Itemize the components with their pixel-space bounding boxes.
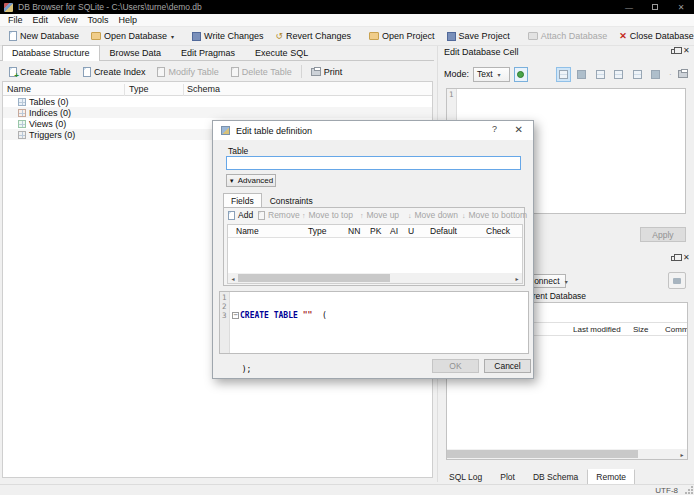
- set-null-button[interactable]: [630, 67, 644, 82]
- column-nn[interactable]: NN: [348, 226, 360, 236]
- save-project-icon: [447, 32, 456, 41]
- sql-code: −CREATE TABLE "" ( );: [230, 292, 327, 353]
- column-pk[interactable]: PK: [370, 226, 381, 236]
- tree-item-indices[interactable]: Indices (0): [3, 107, 432, 118]
- menu-file[interactable]: File: [3, 15, 28, 25]
- column-default[interactable]: Default: [430, 226, 457, 236]
- scroll-right-icon[interactable]: ▸: [512, 273, 522, 283]
- tab-constraints[interactable]: Constraints: [262, 193, 321, 208]
- column-type[interactable]: Type: [308, 226, 326, 236]
- menu-bar: File Edit View Tools Help: [0, 14, 694, 27]
- dialog-title: Edit table definition: [236, 126, 312, 136]
- scrollbar-thumb[interactable]: [447, 450, 638, 458]
- maximize-icon: [652, 4, 658, 10]
- import-button[interactable]: [593, 67, 607, 82]
- close-database-icon: ✕: [619, 32, 627, 41]
- column-ai[interactable]: AI: [390, 226, 398, 236]
- fullscreen-button[interactable]: [648, 67, 662, 82]
- open-database-icon: [91, 32, 101, 40]
- tree-column-schema[interactable]: Schema: [187, 84, 220, 94]
- float-panel-icon[interactable]: [671, 49, 677, 54]
- menu-tools[interactable]: Tools: [82, 15, 113, 25]
- export-button[interactable]: [612, 67, 626, 82]
- column-commit[interactable]: Commit: [665, 325, 688, 334]
- sql-gutter: 1 2 3: [220, 292, 230, 353]
- auto-switch-mode-button[interactable]: [514, 67, 528, 82]
- column-name[interactable]: Name: [236, 226, 259, 236]
- add-field-button[interactable]: Add: [228, 210, 253, 220]
- menu-edit[interactable]: Edit: [28, 15, 54, 25]
- arrow-down-icon: ↓: [462, 212, 466, 219]
- print-button[interactable]: Print: [305, 65, 349, 79]
- encoding-indicator[interactable]: UTF-8: [655, 486, 678, 495]
- close-button[interactable]: ✕: [668, 0, 694, 14]
- menu-view[interactable]: View: [53, 15, 82, 25]
- move-down-button: ↓ Move down: [408, 210, 458, 220]
- float-panel-icon[interactable]: [671, 256, 677, 261]
- close-panel-icon[interactable]: ✕: [683, 254, 690, 262]
- dialog-title-bar[interactable]: Edit table definition ? ✕: [213, 121, 533, 140]
- create-table-button[interactable]: + Create Table: [3, 65, 77, 79]
- text-mode-button[interactable]: [556, 67, 570, 82]
- create-index-button[interactable]: Create Index: [77, 65, 152, 79]
- delete-table-button: Delete Table: [225, 65, 298, 79]
- app-icon: [4, 3, 13, 12]
- fullscreen-icon: [651, 70, 660, 79]
- ok-button: OK: [432, 359, 479, 373]
- fields-toolbar: Add Remove ↑ Move to top ↑ Move up ↓ Mov…: [224, 208, 524, 223]
- tab-execute-sql[interactable]: Execute SQL: [245, 45, 318, 60]
- scroll-right-icon[interactable]: ▸: [677, 449, 687, 459]
- open-project-button[interactable]: Open Project: [363, 29, 441, 43]
- save-project-button[interactable]: Save Project: [441, 29, 516, 43]
- binary-mode-button[interactable]: [575, 67, 589, 82]
- dialog-help-button[interactable]: ?: [492, 124, 497, 134]
- close-panel-icon[interactable]: ✕: [683, 47, 690, 55]
- modify-table-button: Modify Table: [151, 65, 224, 79]
- binary-mode-icon: [577, 70, 586, 79]
- cancel-button[interactable]: Cancel: [484, 359, 531, 373]
- table-name-input[interactable]: [226, 156, 521, 170]
- open-database-dropdown-icon[interactable]: ▾: [171, 33, 174, 40]
- fields-horizontal-scrollbar[interactable]: ◂ ▸: [228, 273, 522, 283]
- print-cell-button[interactable]: [676, 67, 690, 82]
- column-u[interactable]: U: [408, 226, 414, 236]
- tab-database-structure[interactable]: Database Structure: [2, 45, 100, 61]
- window-title: DB Browser for SQLite - C:\Users\turne\d…: [18, 2, 202, 12]
- fold-marker-icon[interactable]: −: [232, 312, 239, 319]
- advanced-toggle-button[interactable]: ▼ Advanced: [226, 174, 276, 187]
- tab-browse-data[interactable]: Browse Data: [100, 45, 172, 60]
- import-icon: [596, 70, 605, 79]
- column-last-modified[interactable]: Last modified: [573, 325, 621, 334]
- column-check[interactable]: Check: [486, 226, 510, 236]
- fields-table: Name Type NN PK AI U Default Check ◂ ▸: [227, 224, 523, 284]
- export-icon: [614, 70, 623, 79]
- mode-select[interactable]: Text ▾: [473, 67, 510, 82]
- scrollbar-thumb[interactable]: [238, 274, 390, 282]
- remote-upload-button[interactable]: [668, 272, 686, 289]
- tree-column-type[interactable]: Type: [129, 84, 149, 94]
- app-window: DB Browser for SQLite - C:\Users\turne\d…: [0, 0, 694, 495]
- resize-grip[interactable]: [685, 486, 693, 494]
- tab-edit-pragmas[interactable]: Edit Pragmas: [171, 45, 245, 60]
- title-bar: DB Browser for SQLite - C:\Users\turne\d…: [0, 0, 694, 14]
- dialog-close-button[interactable]: ✕: [515, 124, 523, 135]
- remote-horizontal-scrollbar[interactable]: ▸: [447, 449, 687, 459]
- tree-item-tables[interactable]: Tables (0): [3, 96, 432, 107]
- menu-help[interactable]: Help: [113, 15, 142, 25]
- new-database-button[interactable]: New Database: [3, 29, 85, 43]
- maximize-button[interactable]: [642, 0, 668, 14]
- column-size[interactable]: Size: [633, 325, 649, 334]
- edit-cell-panel-title: Edit Database Cell: [444, 47, 519, 57]
- revert-changes-button[interactable]: ↺ Revert Changes: [269, 29, 357, 43]
- edit-cell-panel-header: Edit Database Cell: [444, 46, 684, 58]
- chevron-down-icon: ▾: [565, 278, 568, 285]
- tree-column-name[interactable]: Name: [7, 84, 31, 94]
- close-database-button[interactable]: ✕ Close Database: [613, 29, 694, 43]
- open-database-button[interactable]: Open Database ▾: [85, 29, 180, 43]
- write-changes-button[interactable]: Write Changes: [186, 29, 269, 43]
- create-index-icon: [83, 67, 91, 77]
- minimize-button[interactable]: —: [616, 0, 642, 14]
- close-icon: ✕: [678, 3, 685, 12]
- scroll-left-icon[interactable]: ◂: [228, 273, 238, 283]
- edit-cell-toolbar: Mode: Text ▾ ·: [444, 65, 690, 83]
